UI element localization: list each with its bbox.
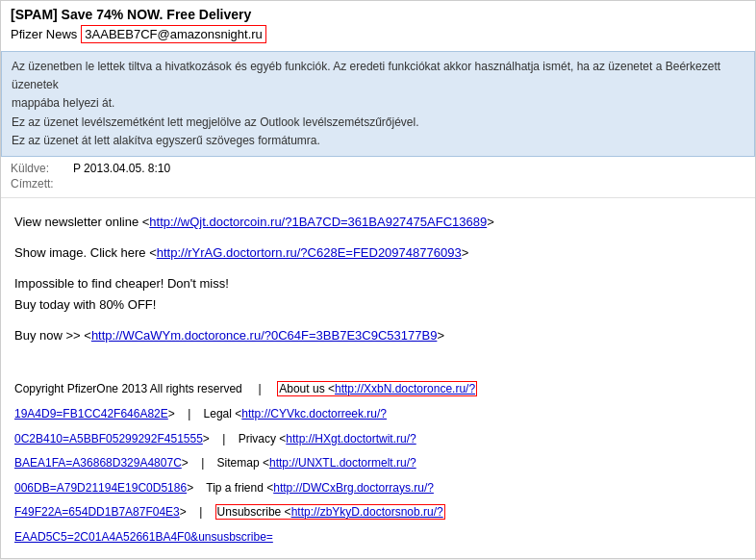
- sender-email: 3AABEB7CF@amazonsnight.ru: [81, 25, 265, 43]
- footer-line-1: Copyright PfizerOne 2013 All rights rese…: [14, 379, 742, 400]
- promo-line1: Impossible to find cheaper! Don't miss!: [14, 276, 229, 291]
- legal-link[interactable]: http://CYVkc.doctorreek.ru/?: [241, 407, 387, 420]
- view-newsletter-para: View newsletter online <http://wQjt.doct…: [14, 212, 742, 233]
- footer-line-5: 006DB=A79D21194E19C0D5186> Tip a friend …: [14, 478, 742, 499]
- about-pre: About us <: [279, 382, 335, 395]
- show-image-link[interactable]: http://rYrAG.doctortorn.ru/?C628E=FED209…: [157, 245, 462, 260]
- to-label: Címzett:: [11, 177, 73, 191]
- legal-link-part[interactable]: 19A4D9=FB1CC42F646A82E: [14, 407, 168, 420]
- show-image-para: Show image. Click here <http://rYrAG.doc…: [14, 242, 742, 264]
- from-row: Küldve: P 2013.04.05. 8:10: [11, 162, 745, 175]
- footer-section: Copyright PfizerOne 2013 All rights rese…: [1, 366, 755, 557]
- email-container: [SPAM] Save 74% NOW. Free Delivery Pfize…: [0, 0, 756, 559]
- warning-line-2: mappába helyezi át.: [12, 94, 744, 113]
- unsubscribe-link[interactable]: http://zbYkyD.doctorsnob.ru/?: [291, 505, 443, 519]
- tip-link[interactable]: http://DWCxBrg.doctorrays.ru/?: [273, 481, 434, 495]
- footer-line-4: BAEA1FA=A36868D329A4807C> | Sitemap <htt…: [14, 453, 742, 474]
- legal-link-end[interactable]: 0C2B410=A5BBF05299292F451555: [14, 432, 203, 445]
- tip-link-end[interactable]: F49F22A=654DD1B7A87F04E3: [14, 505, 180, 519]
- privacy-link-end[interactable]: BAEA1FA=A36868D329A4807C: [14, 456, 182, 470]
- show-image-pre: Show image. Click here <: [14, 245, 157, 260]
- buy-link[interactable]: http://WCaWYm.doctoronce.ru/?0C64F=3BB7E…: [91, 328, 438, 343]
- about-box: About us <http://XxbN.doctoronce.ru/?: [277, 381, 477, 396]
- buy-end: >: [437, 328, 444, 343]
- show-image-end: >: [462, 245, 469, 260]
- view-newsletter-link[interactable]: http://wQjt.doctorcoin.ru/?1BA7CD=361BA9…: [149, 215, 487, 229]
- email-subject: [SPAM] Save 74% NOW. Free Delivery: [11, 7, 745, 22]
- view-newsletter-end: >: [487, 215, 494, 229]
- unsubscribe-box: Unsubscribe <http://zbYkyD.doctorsnob.ru…: [215, 504, 445, 520]
- sitemap-link-end[interactable]: 006DB=A79D21194E19C0D5186: [14, 481, 187, 495]
- body-section: View newsletter online <http://wQjt.doct…: [1, 198, 755, 366]
- promo-para: Impossible to find cheaper! Don't miss! …: [14, 273, 742, 316]
- header-section: [SPAM] Save 74% NOW. Free Delivery Pfize…: [1, 1, 755, 51]
- footer-line-7: EAAD5C5=2C01A4A52661BA4F0&unsusbscribe=: [14, 527, 742, 548]
- sender-line: Pfizer News 3AABEB7CF@amazonsnight.ru: [11, 25, 745, 43]
- meta-section: Küldve: P 2013.04.05. 8:10 Címzett:: [1, 157, 755, 198]
- footer-line-6: F49F22A=654DD1B7A87F04E3> | Unsubscribe …: [14, 502, 742, 523]
- footer-line-2: 19A4D9=FB1CC42F646A82E> | Legal <http://…: [14, 404, 742, 425]
- from-value: P 2013.04.05. 8:10: [73, 162, 170, 175]
- warning-box: Az üzenetben le lettek tiltva a hivatkoz…: [1, 51, 755, 157]
- view-newsletter-pre: View newsletter online <: [14, 215, 149, 229]
- sitemap-link[interactable]: http://UNXTL.doctormelt.ru/?: [269, 456, 416, 470]
- buy-now-pre: Buy now >> <: [14, 328, 91, 343]
- warning-line-1: Az üzenetben le lettek tiltva a hivatkoz…: [12, 58, 744, 94]
- promo-line2: Buy today with 80% OFF!: [14, 297, 156, 312]
- buy-now-para: Buy now >> <http://WCaWYm.doctoronce.ru/…: [14, 325, 742, 346]
- sender-name: Pfizer News: [11, 27, 77, 41]
- privacy-link[interactable]: http://HXgt.doctortwit.ru/?: [286, 432, 416, 445]
- from-label: Küldve:: [11, 162, 73, 175]
- unsubscribe-link-end[interactable]: EAAD5C5=2C01A4A52661BA4F0&unsusbscribe=: [14, 530, 273, 544]
- footer-line-3: 0C2B410=A5BBF05299292F451555> | Privacy …: [14, 429, 742, 450]
- warning-line-4: Ez az üzenet át lett alakítva egyszerű s…: [12, 132, 744, 150]
- warning-line-3: Ez az üzenet levélszemétként lett megjel…: [12, 114, 744, 132]
- copyright-text: Copyright PfizerOne 2013 All rights rese…: [14, 382, 242, 395]
- to-row: Címzett:: [11, 177, 745, 191]
- about-link[interactable]: http://XxbN.doctoronce.ru/?: [335, 382, 475, 395]
